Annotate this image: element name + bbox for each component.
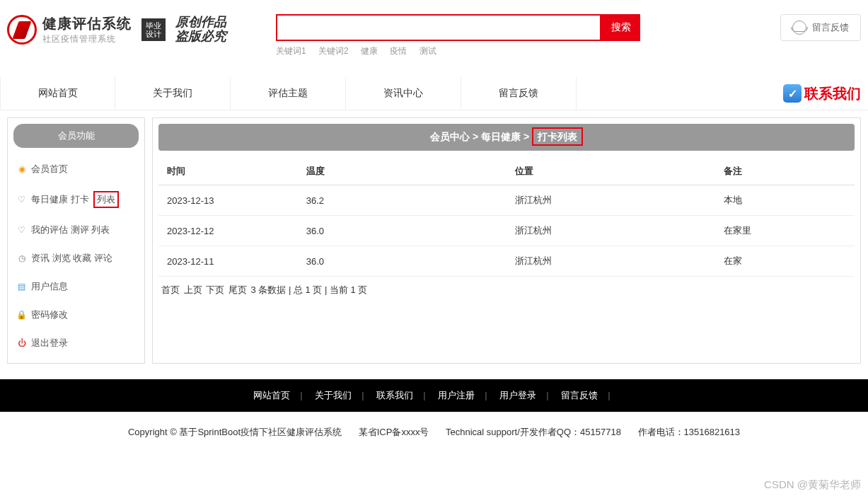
document-icon: ▤: [16, 282, 27, 292]
logo-subtitle: 社区疫情管理系统: [42, 33, 132, 45]
feedback-button[interactable]: 留言反馈: [780, 14, 861, 41]
pager-prev[interactable]: 上页: [184, 284, 202, 295]
power-icon: ⏻: [16, 338, 27, 349]
sidebar-item-daily-health[interactable]: ♡ 每日健康 打卡 列表: [13, 183, 139, 216]
search-area: 搜索 关键词1 关键词2 健康 疫情 测试: [276, 14, 640, 57]
sidebar-item-logout[interactable]: ⏻ 退出登录: [13, 329, 139, 357]
calligraphy-text: 原创作品 盗版必究: [175, 16, 226, 44]
col-time: 时间: [158, 158, 298, 185]
sidebar-title: 会员功能: [13, 124, 139, 148]
pager-first[interactable]: 首页: [161, 284, 180, 295]
headset-icon: [792, 21, 806, 35]
footer-link[interactable]: 网站首页: [250, 390, 293, 400]
sidebar-item-password[interactable]: 🔒 密码修改: [13, 301, 139, 329]
col-location: 位置: [507, 158, 715, 185]
header: 健康评估系统 社区疫情管理系统 毕业 设计 原创作品 盗版必究 搜索 关键词1 …: [0, 0, 868, 57]
search-button[interactable]: 搜索: [601, 14, 640, 41]
nav-feedback[interactable]: 留言反馈: [461, 77, 577, 110]
footer-link[interactable]: 联系我们: [374, 390, 416, 400]
footer-links: 网站首页| 关于我们| 联系我们| 用户注册| 用户登录| 留言反馈|: [0, 379, 868, 412]
logo-block: 健康评估系统 社区疫情管理系统 毕业 设计 原创作品 盗版必究: [7, 14, 226, 45]
sidebar-item-news[interactable]: ◷ 资讯 浏览 收藏 评论: [13, 244, 139, 272]
footer-link[interactable]: 用户注册: [435, 390, 478, 400]
checkin-table: 时间 温度 位置 备注 2023-12-13 36.2 浙江杭州 本地 2023…: [158, 158, 855, 277]
copyright: Copyright © 基于SprintBoot疫情下社区健康评估系统 某省IC…: [0, 412, 868, 467]
check-icon: [783, 84, 802, 103]
keyword-link[interactable]: 关键词2: [318, 46, 349, 56]
col-temp: 温度: [298, 158, 507, 185]
nav-topics[interactable]: 评估主题: [231, 77, 346, 110]
keyword-link[interactable]: 测试: [419, 46, 436, 56]
badge-graduation: 毕业 设计: [141, 18, 166, 41]
pagination: 首页 上页 下页 尾页 3 条数据 | 总 1 页 | 当前 1 页: [158, 277, 855, 304]
sidebar: 会员功能 ◉ 会员首页 ♡ 每日健康 打卡 列表 ♡ 我的评估 测评 列表 ◷: [7, 117, 145, 364]
highlight-box: 列表: [93, 191, 119, 208]
search-keywords: 关键词1 关键词2 健康 疫情 测试: [276, 45, 640, 57]
shield-icon: ♡: [16, 195, 27, 205]
pager-last[interactable]: 尾页: [228, 284, 247, 295]
pager-info: 3 条数据 | 总 1 页 | 当前 1 页: [251, 284, 368, 295]
logo-icon: [7, 15, 37, 45]
footer-link[interactable]: 留言反馈: [558, 390, 601, 400]
nav-home[interactable]: 网站首页: [0, 77, 115, 110]
nav-news[interactable]: 资讯中心: [346, 77, 461, 110]
table-row: 2023-12-11 36.0 浙江杭州 在家: [158, 246, 855, 277]
sidebar-item-home[interactable]: ◉ 会员首页: [13, 155, 139, 183]
keyword-link[interactable]: 关键词1: [276, 46, 306, 56]
breadcrumb-current: 打卡列表: [532, 127, 583, 146]
keyword-link[interactable]: 健康: [361, 46, 378, 56]
search-input[interactable]: [276, 14, 601, 41]
main-nav: 网站首页 关于我们 评估主题 资讯中心 留言反馈 联系我们: [0, 77, 868, 110]
footer-link[interactable]: 用户登录: [497, 390, 539, 400]
footer-link[interactable]: 关于我们: [312, 390, 354, 400]
breadcrumb: 会员中心 > 每日健康 > 打卡列表: [158, 124, 855, 151]
nav-about[interactable]: 关于我们: [115, 77, 231, 110]
contact-us-link[interactable]: 联系我们: [783, 84, 868, 103]
table-row: 2023-12-13 36.2 浙江杭州 本地: [158, 185, 855, 216]
table-row: 2023-12-12 36.0 浙江杭州 在家里: [158, 216, 855, 246]
clock-icon: ◷: [16, 253, 27, 264]
logo-title: 健康评估系统: [42, 14, 132, 33]
sidebar-item-userinfo[interactable]: ▤ 用户信息: [13, 272, 139, 301]
content-panel: 会员中心 > 每日健康 > 打卡列表 时间 温度 位置 备注: [152, 117, 861, 364]
home-icon: ◉: [16, 164, 27, 175]
sidebar-item-my-eval[interactable]: ♡ 我的评估 测评 列表: [13, 216, 139, 244]
pager-next[interactable]: 下页: [206, 284, 224, 295]
shield-icon: ♡: [16, 225, 27, 236]
keyword-link[interactable]: 疫情: [390, 46, 407, 56]
lock-icon: 🔒: [16, 310, 27, 321]
col-remark: 备注: [715, 158, 855, 185]
